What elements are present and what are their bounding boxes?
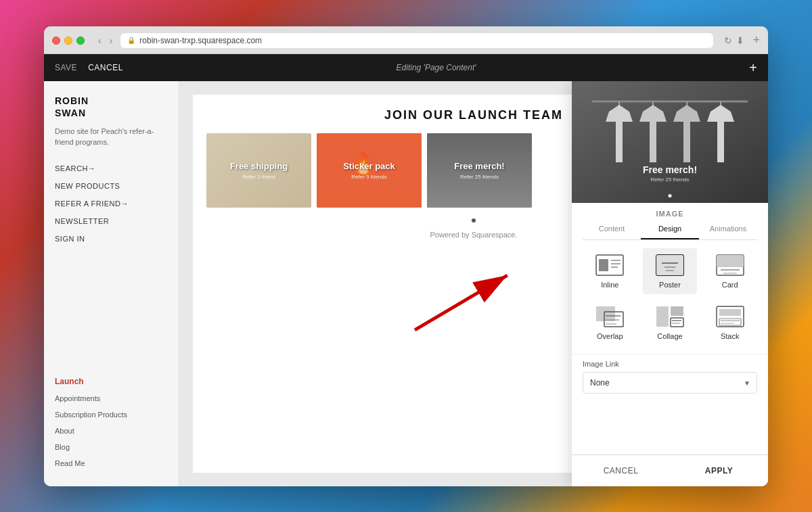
main-layout: ROBINSWAN Demo site for Peach's refer-a-… bbox=[44, 81, 768, 486]
sidebar-link-appointments[interactable]: Appointments bbox=[55, 394, 100, 402]
back-button[interactable]: ‹ bbox=[95, 34, 104, 47]
stack-icon bbox=[715, 305, 745, 328]
panel-section-title: IMAGE bbox=[583, 210, 757, 218]
editing-title: Editing 'Page Content' bbox=[134, 63, 739, 72]
overlap-icon bbox=[595, 305, 625, 328]
inline-icon bbox=[595, 254, 625, 277]
nav-buttons: ‹ › bbox=[95, 34, 115, 47]
poster-label: Poster bbox=[659, 281, 681, 289]
card-icon bbox=[715, 254, 745, 277]
card-sticker-title: Sticker pack bbox=[343, 161, 395, 171]
cancel-button[interactable]: CANCEL bbox=[88, 63, 123, 72]
tab-animations[interactable]: Animations bbox=[699, 219, 757, 239]
inline-label: Inline bbox=[601, 281, 618, 289]
nav-links: SEARCH→ NEW PRODUCTS REFER A FRIEND→ NEW… bbox=[55, 162, 168, 250]
layout-option-card[interactable]: Card bbox=[702, 248, 757, 294]
collage-label: Collage bbox=[657, 332, 682, 340]
save-button[interactable]: SAVE bbox=[55, 63, 77, 72]
add-block-button[interactable]: + bbox=[749, 61, 757, 74]
card-label: Card bbox=[722, 281, 738, 289]
select-wrapper: None bbox=[583, 372, 757, 394]
close-traffic-light[interactable] bbox=[52, 37, 60, 45]
layout-option-inline[interactable]: Inline bbox=[583, 248, 637, 294]
card-free-shipping-subtitle: Refer 1 friend bbox=[242, 174, 275, 180]
card-merch-title: Free merch! bbox=[454, 161, 504, 171]
svg-rect-13 bbox=[656, 255, 683, 275]
image-panel: Free merch! Refer 25 friends IMAGE Conte… bbox=[572, 81, 768, 486]
layout-option-overlap[interactable]: Overlap bbox=[583, 300, 637, 346]
panel-header: IMAGE Content Design Animations bbox=[572, 203, 768, 240]
reload-button[interactable]: ↻ bbox=[724, 35, 732, 46]
svg-rect-32 bbox=[719, 309, 741, 316]
sidebar-link-about[interactable]: About bbox=[55, 427, 74, 435]
svg-rect-1 bbox=[572, 81, 768, 203]
card-free-shipping[interactable]: Free shipping Refer 1 friend bbox=[206, 133, 311, 208]
preview-dots bbox=[669, 194, 672, 197]
svg-rect-21 bbox=[596, 306, 615, 321]
maximize-traffic-light[interactable] bbox=[76, 37, 85, 45]
traffic-lights bbox=[52, 37, 85, 45]
panel-tabs: Content Design Animations bbox=[583, 219, 757, 240]
card-merch-subtitle: Refer 25 friends bbox=[460, 174, 499, 180]
card-merch[interactable]: Free merch! Refer 25 friends bbox=[427, 133, 532, 208]
layout-option-stack[interactable]: Stack bbox=[702, 300, 757, 346]
clothing-rack-image bbox=[572, 81, 768, 203]
preview-dot-1 bbox=[669, 194, 672, 197]
svg-rect-18 bbox=[717, 255, 744, 267]
card-merch-inner: Free merch! Refer 25 friends bbox=[427, 133, 532, 208]
layout-option-collage[interactable]: Collage bbox=[643, 300, 698, 346]
overlap-label: Overlap bbox=[597, 332, 623, 340]
sidebar-section: Launch Appointments Subscription Product… bbox=[55, 377, 168, 473]
card-free-shipping-title: Free shipping bbox=[230, 161, 288, 171]
site-description: Demo site for Peach's refer-a-friend pro… bbox=[55, 126, 168, 148]
dot-1 bbox=[472, 218, 476, 223]
stack-label: Stack bbox=[721, 332, 740, 340]
card-sticker-subtitle: Refer 5 friends bbox=[351, 174, 386, 180]
collage-icon bbox=[655, 305, 685, 328]
card-sticker-pack[interactable]: Sticker pack Refer 5 friends bbox=[317, 133, 422, 208]
svg-rect-33 bbox=[719, 319, 741, 325]
lock-icon: 🔒 bbox=[127, 37, 135, 44]
address-bar[interactable]: 🔒 robin-swan-trxp.squarespace.com bbox=[120, 33, 713, 48]
sidebar-item-signin[interactable]: SIGN IN bbox=[55, 235, 85, 243]
sidebar-links: Appointments Subscription Products About… bbox=[55, 392, 168, 469]
card-sticker-inner: Sticker pack Refer 5 friends bbox=[317, 133, 422, 208]
edit-toolbar: SAVE CANCEL Editing 'Page Content' + bbox=[44, 54, 768, 81]
sidebar-item-new-products[interactable]: NEW PRODUCTS bbox=[55, 182, 120, 190]
new-tab-button[interactable]: + bbox=[752, 33, 760, 47]
section-title: Launch bbox=[55, 377, 168, 386]
image-link-section: Image Link None bbox=[572, 354, 768, 399]
sidebar-link-subscription[interactable]: Subscription Products bbox=[55, 411, 127, 419]
svg-rect-8 bbox=[599, 259, 608, 271]
svg-rect-27 bbox=[671, 306, 683, 316]
website: SAVE CANCEL Editing 'Page Content' + ROB… bbox=[44, 54, 768, 486]
image-link-select[interactable]: None bbox=[583, 372, 757, 394]
image-link-label: Image Link bbox=[583, 360, 757, 368]
layout-grid: Inline bbox=[572, 240, 768, 354]
sidebar-item-newsletter[interactable]: NEWSLETTER bbox=[55, 217, 109, 225]
download-button[interactable]: ⬇ bbox=[736, 35, 744, 46]
preview-overlay: Free merch! Refer 25 friends bbox=[643, 164, 697, 183]
panel-footer: CANCEL APPLY bbox=[572, 455, 768, 486]
sidebar-link-blog[interactable]: Blog bbox=[55, 443, 70, 451]
sidebar-link-readme[interactable]: Read Me bbox=[55, 459, 85, 467]
panel-apply-button[interactable]: APPLY bbox=[670, 455, 768, 486]
forward-button[interactable]: › bbox=[107, 34, 116, 47]
image-preview: Free merch! Refer 25 friends bbox=[572, 81, 768, 203]
minimize-traffic-light[interactable] bbox=[64, 37, 72, 45]
layout-option-poster[interactable]: Poster bbox=[643, 248, 698, 294]
panel-cancel-button[interactable]: CANCEL bbox=[572, 455, 670, 486]
page-content: JOIN OUR LAUNCH TEAM Free shipping Refer… bbox=[179, 81, 768, 486]
site-title: ROBINSWAN bbox=[55, 95, 168, 119]
url-text: robin-swan-trxp.squarespace.com bbox=[139, 36, 262, 45]
browser-actions: ↻ ⬇ bbox=[724, 35, 744, 46]
sidebar-item-refer[interactable]: REFER A FRIEND→ bbox=[55, 200, 129, 208]
tab-design[interactable]: Design bbox=[641, 219, 699, 239]
svg-rect-28 bbox=[671, 318, 683, 327]
browser-chrome: ‹ › 🔒 robin-swan-trxp.squarespace.com ↻ … bbox=[44, 26, 768, 54]
sidebar-item-search[interactable]: SEARCH→ bbox=[55, 164, 95, 172]
preview-title: Free merch! bbox=[643, 164, 697, 175]
sidebar: ROBINSWAN Demo site for Peach's refer-a-… bbox=[44, 81, 179, 486]
tab-content[interactable]: Content bbox=[583, 219, 641, 239]
poster-icon bbox=[655, 254, 685, 277]
